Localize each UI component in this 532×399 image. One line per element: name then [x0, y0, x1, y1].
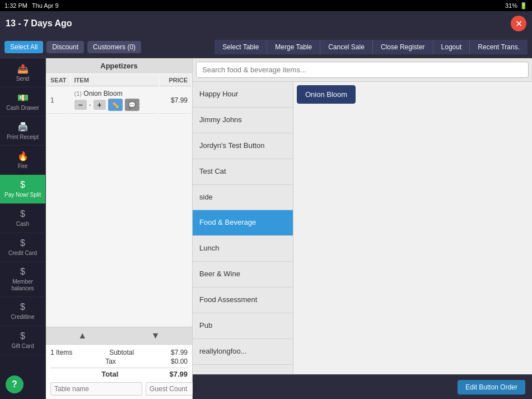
center-panel: Appetizers SEAT ITEM PRICE 1 (1)	[46, 58, 193, 399]
col-price: PRICE	[160, 75, 191, 86]
item-name-label: Onion Bloom	[83, 90, 122, 98]
sidebar-pay-now-split[interactable]: $ Pay Now/ Split	[0, 175, 45, 204]
footer-total-value: $7.99	[169, 370, 188, 378]
footer-items-label: 1 Items	[50, 349, 72, 356]
col-item: ITEM	[71, 75, 159, 86]
bottom-bar: ? Edit Button Order	[193, 374, 532, 399]
nav-cancel-sale[interactable]: Cancel Sale	[320, 40, 373, 54]
sidebar-send[interactable]: 📤 Send	[0, 58, 45, 87]
footer-total-row: Total $7.99	[50, 368, 188, 379]
cat-food-beverage[interactable]: Food & Beverage	[193, 210, 293, 236]
cat-happy-hour[interactable]: Happy Hour	[193, 82, 293, 108]
sort-down-button[interactable]: ▼	[119, 327, 193, 344]
gift-card-icon: $	[20, 331, 25, 341]
main-layout: 📤 Send 💵 Cash Drawer 🖨️ Print Receipt 🔥 …	[0, 58, 532, 399]
cash-icon: $	[20, 209, 25, 219]
send-icon: 📤	[17, 63, 29, 74]
close-button[interactable]: ✕	[511, 16, 526, 31]
nav-close-register[interactable]: Close Register	[373, 40, 433, 54]
footer-inputs	[50, 382, 188, 396]
table-name-input[interactable]	[50, 382, 142, 396]
qty-controls: − - + ✏️ 💬	[74, 99, 156, 111]
help-button[interactable]: ?	[6, 375, 24, 393]
row-item: (1) Onion Bloom − - + ✏️ 💬	[71, 87, 159, 114]
cat-pub[interactable]: Pub	[193, 313, 293, 339]
sidebar-cash-drawer[interactable]: 💵 Cash Drawer	[0, 87, 45, 117]
action-icons: ✏️ 💬	[108, 99, 139, 111]
footer-tax-label: Tax	[105, 358, 116, 365]
order-section: Appetizers SEAT ITEM PRICE 1 (1)	[46, 58, 192, 327]
discount-button[interactable]: Discount	[46, 41, 84, 53]
item-area: Onion Bloom	[293, 82, 532, 374]
print-icon: 🖨️	[17, 122, 29, 132]
sidebar-cash[interactable]: $ Cash	[0, 204, 45, 233]
sidebar-fire[interactable]: 🔥 Fire	[0, 146, 45, 175]
order-table: SEAT ITEM PRICE 1 (1) Onion Bloom	[46, 73, 192, 115]
section-header: Appetizers	[46, 58, 192, 73]
col-seat: SEAT	[47, 75, 70, 86]
left-sidebar: 📤 Send 💵 Cash Drawer 🖨️ Print Receipt 🔥 …	[0, 58, 46, 399]
sidebar-creditline[interactable]: $ Creditline	[0, 297, 45, 326]
right-panel: Happy Hour Jimmy Johns Jordyn's Test But…	[193, 58, 532, 399]
cat-beer-wine[interactable]: Beer & Wine	[193, 262, 293, 287]
sort-up-button[interactable]: ▲	[46, 327, 119, 344]
edit-item-button[interactable]: ✏️	[108, 99, 123, 111]
header-title: 13 - 7 Days Ago	[6, 18, 72, 29]
search-bar	[193, 58, 532, 82]
select-all-button[interactable]: Select All	[4, 41, 43, 53]
dollar-icon: $	[20, 180, 25, 190]
cat-item-area: Happy Hour Jimmy Johns Jordyn's Test But…	[193, 82, 532, 374]
customers-button[interactable]: Customers (0)	[87, 41, 141, 53]
cat-jimmy-johns[interactable]: Jimmy Johns	[193, 108, 293, 133]
footer-tax-value: $0.00	[171, 358, 188, 365]
sidebar-print-receipt[interactable]: 🖨️ Print Receipt	[0, 117, 45, 146]
battery-icon: 🔋	[520, 2, 528, 10]
footer-items-row: 1 Items Subtotal $7.99	[50, 348, 188, 357]
nav-logout[interactable]: Logout	[433, 40, 470, 54]
cat-lunch[interactable]: Lunch	[193, 236, 293, 262]
sidebar-gift-card[interactable]: $ Gift Card	[0, 326, 45, 355]
sidebar-credit-card[interactable]: $ Credit Card	[0, 233, 45, 262]
sort-controls: ▲ ▼	[46, 327, 192, 344]
item-onion-bloom[interactable]: Onion Bloom	[297, 85, 356, 104]
search-input[interactable]	[196, 62, 529, 78]
cash-drawer-icon: 💵	[17, 92, 29, 103]
nav-recent-trans[interactable]: Recent Trans.	[470, 40, 528, 54]
footer-tax-row: Tax $0.00	[50, 357, 188, 366]
category-list: Happy Hour Jimmy Johns Jordyn's Test But…	[193, 82, 293, 374]
creditline-icon: $	[20, 302, 25, 312]
edit-button-order-button[interactable]: Edit Button Order	[458, 380, 525, 395]
comment-item-button[interactable]: 💬	[125, 99, 139, 111]
qty-increase[interactable]: +	[94, 100, 106, 110]
footer-subtotal-value: $7.99	[171, 349, 188, 356]
table-row: 1 (1) Onion Bloom − - + ✏️	[47, 87, 191, 114]
nav-select-table[interactable]: Select Table	[214, 40, 267, 54]
cat-test-cat[interactable]: Test Cat	[193, 159, 293, 185]
status-battery: 31%	[505, 2, 517, 9]
qty-decrease[interactable]: −	[74, 100, 87, 110]
top-bar: Select All Discount Customers (0) Select…	[0, 36, 532, 58]
footer-total-label: Total	[101, 370, 118, 378]
nav-buttons: Select Table Merge Table Cancel Sale Clo…	[214, 40, 528, 54]
status-bar: 1:32 PM Thu Apr 9 31% 🔋	[0, 0, 532, 11]
status-time: 1:32 PM	[4, 2, 27, 9]
cat-really-long-f[interactable]: really/long/f...	[193, 365, 293, 374]
row-price: $7.99	[160, 87, 191, 114]
fire-icon: 🔥	[17, 151, 29, 161]
status-day: Thu Apr 9	[32, 2, 59, 9]
footer-subtotal-label: Subtotal	[109, 349, 134, 356]
cat-jordyns-test-button[interactable]: Jordyn's Test Button	[193, 133, 293, 159]
row-seat: 1	[47, 87, 70, 114]
member-icon: $	[20, 267, 25, 277]
cat-side[interactable]: side	[193, 185, 293, 211]
header: 13 - 7 Days Ago ✕	[0, 11, 532, 36]
nav-merge-table[interactable]: Merge Table	[267, 40, 320, 54]
cat-food-assessment[interactable]: Food Assessment	[193, 287, 293, 313]
sidebar-member-balances[interactable]: $ Member balances	[0, 262, 45, 297]
order-footer: 1 Items Subtotal $7.99 Tax $0.00 Total $…	[46, 344, 192, 399]
credit-card-icon: $	[20, 238, 25, 248]
cat-reallylongfoo[interactable]: reallylongfoo...	[193, 339, 293, 365]
